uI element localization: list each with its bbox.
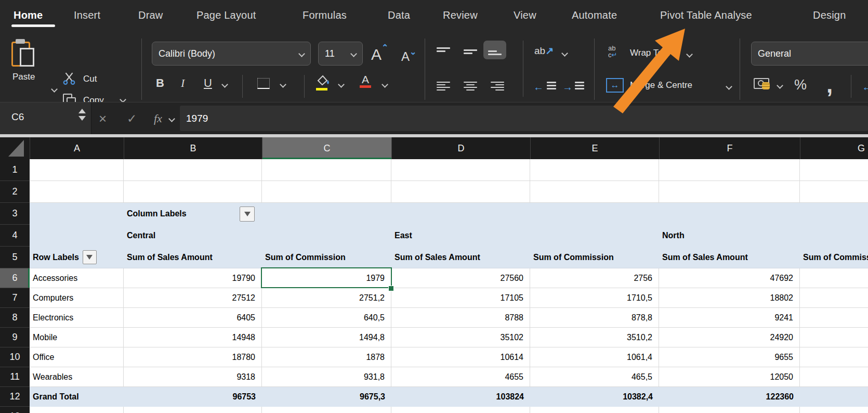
cell-D11[interactable]: 4655	[391, 367, 530, 387]
align-bottom-button-selected[interactable]	[483, 41, 506, 59]
cell-B11[interactable]: 9318	[124, 367, 262, 387]
cell-A13[interactable]	[30, 407, 124, 413]
cell-A7[interactable]: Computers	[30, 288, 124, 308]
cell-C10[interactable]: 1878	[262, 347, 391, 367]
cell-A2[interactable]	[30, 181, 124, 203]
cell-E1[interactable]	[530, 159, 659, 181]
cell-C9[interactable]: 1494,8	[262, 328, 391, 347]
cell-A12-grand-total[interactable]: Grand Total	[30, 387, 124, 407]
align-top-button[interactable]	[437, 46, 450, 56]
cell-D8[interactable]: 8788	[391, 308, 530, 328]
cell-G7[interactable]	[800, 288, 868, 308]
align-right-button[interactable]	[491, 80, 504, 91]
cell-E5-header[interactable]: Sum of Commission	[530, 247, 659, 268]
align-center-button[interactable]	[464, 80, 477, 91]
cell-E10[interactable]: 1061,4	[530, 347, 659, 367]
decrease-indent-button[interactable]: ←	[533, 81, 544, 93]
cell-E4[interactable]	[530, 225, 659, 247]
tab-formulas[interactable]: Formulas	[303, 0, 347, 30]
cell-G5-header-clipped[interactable]: Sum of Commission	[800, 247, 868, 268]
underline-button[interactable]: U	[204, 76, 212, 90]
decimal-partial-icon[interactable]: ←	[862, 80, 868, 94]
fill-color-chevron-icon[interactable]	[338, 81, 345, 88]
cell-B10[interactable]: 18780	[124, 347, 262, 367]
tab-automate[interactable]: Automate	[572, 0, 617, 30]
enter-button[interactable]: ✓	[127, 102, 137, 135]
currency-format-button[interactable]	[754, 78, 771, 91]
row-header-3[interactable]: 3	[0, 203, 30, 225]
cell-A9[interactable]: Mobile	[30, 328, 124, 347]
cell-F9[interactable]: 24920	[659, 328, 800, 347]
cell-E2[interactable]	[530, 181, 659, 203]
row-header-8[interactable]: 8	[0, 308, 30, 328]
fill-handle[interactable]	[388, 286, 394, 291]
column-header-E[interactable]: E	[531, 137, 660, 159]
cell-C4[interactable]	[262, 225, 391, 247]
row-header-10[interactable]: 10	[0, 347, 30, 367]
tab-view[interactable]: View	[514, 0, 536, 30]
cell-C5-header[interactable]: Sum of Commission	[262, 247, 391, 268]
row-header-13[interactable]: 13	[0, 407, 30, 413]
cell-C12[interactable]: 9675,3	[262, 387, 391, 407]
cell-B4-region[interactable]: Central	[124, 225, 262, 247]
cell-A4[interactable]	[30, 225, 124, 247]
cell-E7[interactable]: 1710,5	[530, 288, 659, 308]
cell-B7[interactable]: 27512	[124, 288, 262, 308]
cell-D13[interactable]	[391, 407, 530, 413]
name-box-stepper[interactable]	[78, 109, 86, 121]
cell-E8[interactable]: 878,8	[530, 308, 659, 328]
cell-F8[interactable]: 9241	[659, 308, 800, 328]
cell-D9[interactable]: 35102	[391, 328, 530, 347]
italic-button[interactable]: I	[181, 76, 185, 90]
comma-format-button[interactable]: ,	[826, 72, 833, 98]
cell-E11[interactable]: 465,5	[530, 367, 659, 387]
cell-C7[interactable]: 2751,2	[262, 288, 391, 308]
cell-F11[interactable]: 12050	[659, 367, 800, 387]
cell-G12[interactable]	[800, 387, 868, 407]
cell-B1[interactable]	[124, 159, 262, 181]
merge-centre-chevron-icon[interactable]	[726, 83, 732, 90]
cell-G13[interactable]	[800, 407, 868, 413]
tab-insert[interactable]: Insert	[74, 0, 100, 30]
cell-A11[interactable]: Wearables	[30, 367, 124, 387]
tab-pivot-table-analyse[interactable]: Pivot Table Analyse	[660, 0, 752, 30]
bold-button[interactable]: B	[156, 76, 164, 90]
row-header-4[interactable]: 4	[0, 225, 30, 247]
wrap-text-label[interactable]: Wrap Text	[630, 48, 669, 58]
currency-chevron-icon[interactable]	[777, 82, 783, 89]
cell-C1[interactable]	[262, 159, 391, 181]
column-header-G[interactable]: G	[800, 137, 868, 159]
cell-B2[interactable]	[124, 181, 262, 203]
font-size-select[interactable]: 11	[318, 42, 363, 66]
formula-input[interactable]: 1979	[180, 106, 868, 131]
stepper-up-icon[interactable]	[78, 109, 86, 113]
wrap-text-chevron-icon[interactable]	[686, 51, 693, 58]
name-box[interactable]: C6	[0, 102, 91, 135]
cell-A8[interactable]: Electronics	[30, 308, 124, 328]
borders-button[interactable]	[257, 78, 270, 89]
font-color-chevron-icon[interactable]	[382, 81, 388, 88]
borders-chevron-icon[interactable]	[280, 81, 286, 88]
text-orientation-button[interactable]: ab↗	[534, 45, 554, 57]
cell-D12[interactable]: 103824	[391, 387, 530, 407]
row-header-6-selected[interactable]: 6	[0, 268, 30, 288]
paste-button[interactable]: Paste	[11, 38, 35, 82]
cell-D4-region[interactable]: East	[391, 225, 530, 247]
column-header-C-selected[interactable]: C	[262, 137, 392, 159]
fill-color-button[interactable]	[316, 75, 330, 91]
cell-G1[interactable]	[800, 159, 868, 181]
increase-font-button[interactable]: A⌃	[371, 43, 388, 63]
column-header-D[interactable]: D	[392, 137, 531, 159]
percent-format-button[interactable]: %	[794, 77, 807, 93]
cancel-button[interactable]: ×	[99, 102, 107, 135]
cell-C2[interactable]	[262, 181, 391, 203]
underline-chevron-icon[interactable]	[221, 81, 228, 88]
select-all-corner[interactable]	[0, 137, 30, 159]
tab-data[interactable]: Data	[388, 0, 410, 30]
cell-D5-header[interactable]: Sum of Sales Amount	[391, 247, 530, 268]
cut-label[interactable]: Cut	[83, 74, 97, 84]
align-left-button[interactable]	[437, 80, 450, 91]
column-header-A[interactable]: A	[30, 137, 124, 159]
cell-D10[interactable]: 10614	[391, 347, 530, 367]
row-header-11[interactable]: 11	[0, 367, 30, 387]
